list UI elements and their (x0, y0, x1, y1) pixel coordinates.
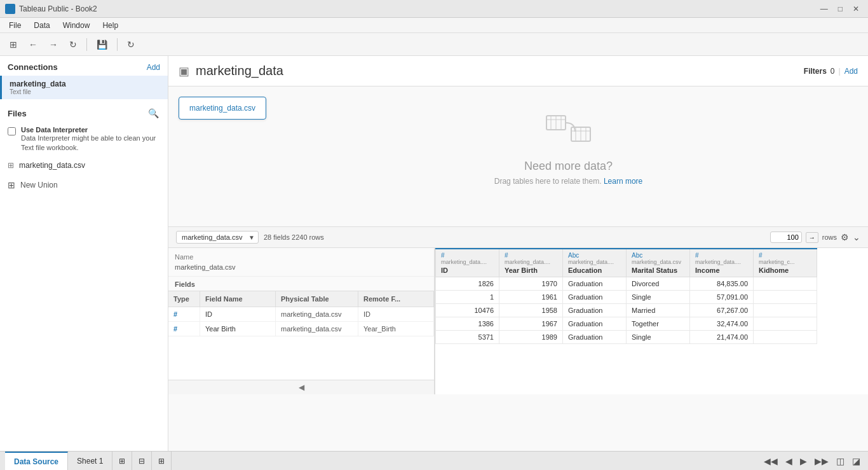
field-name-id: ID (200, 307, 276, 321)
connection-item[interactable]: marketing_data Text file (0, 76, 168, 99)
connection-type: Text file (10, 88, 160, 95)
new-union-label: New Union (20, 181, 58, 190)
fieldname-col-header: Field Name (200, 291, 276, 307)
fields-label: Fields (168, 277, 434, 291)
filters-label: Filters (804, 67, 827, 76)
filters-count: 0 (831, 67, 835, 76)
toolbar: ⊞ ← → ↻ 💾 ↻ (0, 33, 868, 56)
refresh-button[interactable]: ↻ (123, 37, 139, 52)
col-header-kidhome: # marketing_c... Kidhome (754, 249, 817, 277)
fields-column-headers: Type Field Name Physical Table Remote F.… (168, 291, 434, 307)
back-button[interactable]: ← (24, 37, 42, 52)
phystable-col-header: Physical Table (276, 291, 358, 307)
menu-data[interactable]: Data (27, 20, 56, 31)
cell-id-2: 10476 (436, 304, 499, 317)
left-arrow-icon: ◀ (299, 383, 304, 392)
preview-data-row: 5371 1989 Graduation Single 21,474.00 (436, 331, 817, 344)
col-header-income: # marketing_data.... Income (690, 249, 754, 277)
collapse-button[interactable]: ⌄ (853, 232, 860, 242)
file-item-marketing[interactable]: ⊞ marketing_data.csv (0, 158, 168, 172)
preview-data-row: 1 1961 Graduation Single 57,091.00 (436, 291, 817, 304)
title-bar: Tableau Public - Book2 — □ ✕ (0, 0, 868, 18)
connections-title: Connections (8, 62, 58, 72)
forward-button[interactable]: → (44, 37, 62, 52)
nav-grid-button[interactable]: ⊞ (5, 37, 22, 52)
interpreter-section: Use Data Interpreter Data Interpreter mi… (0, 123, 168, 158)
close-button[interactable]: ✕ (849, 3, 863, 15)
cell-year-0: 1970 (499, 277, 563, 291)
left-panel: Connections Add marketing_data Text file… (0, 56, 168, 451)
preview-header-row: # marketing_data.... ID # marketing_data… (436, 249, 817, 277)
menu-window[interactable]: Window (57, 20, 97, 31)
union-icon: ⊞ (8, 180, 15, 190)
next-sheet-button[interactable]: ▶▶ (812, 455, 831, 467)
database-icon: ▣ (179, 64, 189, 78)
field-name-yearbirth: Year Birth (200, 322, 276, 336)
search-files-button[interactable]: 🔍 (147, 107, 160, 120)
name-value: marketing_data.csv (175, 263, 428, 271)
maximize-button[interactable]: □ (834, 3, 846, 15)
settings-button[interactable]: ⚙ (841, 232, 849, 242)
field-row[interactable]: # Year Birth marketing_data.csv Year_Bir… (168, 322, 434, 336)
add-dashboard-button[interactable]: ⊟ (132, 452, 152, 470)
save-button[interactable]: 💾 (92, 37, 112, 52)
table-card-marketing[interactable]: marketing_data.csv (179, 97, 266, 120)
minimize-button[interactable]: — (817, 3, 832, 15)
table-select[interactable]: marketing_data.csv (176, 231, 259, 244)
learn-more-link[interactable]: Learn more (604, 177, 642, 186)
connection-name: marketing_data (10, 79, 160, 88)
cell-marital-1: Single (627, 291, 690, 304)
rows-input[interactable] (770, 232, 802, 243)
next-button[interactable]: ▶ (797, 455, 810, 467)
cell-kid-3 (754, 317, 817, 331)
cell-income-1: 57,091.00 (690, 291, 754, 304)
prev-button[interactable]: ◀ (783, 455, 795, 467)
normal-view-button[interactable]: ◫ (834, 455, 847, 467)
menu-file[interactable]: File (3, 20, 27, 31)
interpreter-checkbox[interactable] (8, 127, 16, 135)
data-grid-section: marketing_data.csv ▼ 28 fields 2240 rows… (168, 226, 868, 394)
right-panel: ▣ marketing_data Filters 0 | Add marketi… (168, 56, 868, 451)
fields-list: # ID marketing_data.csv ID # Year Birth … (168, 307, 434, 380)
cell-income-3: 32,474.00 (690, 317, 754, 331)
cell-marital-3: Together (627, 317, 690, 331)
rows-arrow-button[interactable]: → (806, 232, 818, 243)
collapse-fields-button[interactable]: ◀ (168, 380, 434, 394)
filters-add-link[interactable]: Add (844, 67, 858, 76)
col-header-maritalstatus: Abc marketing_data.csv Marital Status (627, 249, 690, 277)
join-icon (543, 109, 594, 149)
cell-edu-3: Graduation (563, 317, 627, 331)
need-more-title: Need more data? (524, 160, 613, 173)
type-col-header: Type (168, 291, 200, 307)
field-remote-yearbirth: Year_Birth (358, 322, 434, 336)
undo-button[interactable]: ↻ (65, 37, 81, 52)
add-sheet-icon: ⊞ (119, 457, 125, 466)
interpreter-label: Use Data Interpreter (21, 126, 160, 134)
need-more-data-zone: Need more data? Drag tables here to rela… (279, 97, 858, 198)
add-story-button[interactable]: ⊞ (152, 452, 172, 470)
canvas-area: marketing_data.csv (168, 86, 868, 451)
prev-sheet-button[interactable]: ◀◀ (761, 455, 780, 467)
connections-header: Connections Add (0, 56, 168, 76)
cell-edu-4: Graduation (563, 331, 627, 344)
menu-help[interactable]: Help (96, 20, 125, 31)
add-connection-link[interactable]: Add (147, 63, 160, 72)
preview-data-row: 10476 1958 Graduation Married 67,267.00 (436, 304, 817, 317)
new-union-button[interactable]: ⊞ New Union (0, 175, 168, 195)
cell-edu-0: Graduation (563, 277, 627, 291)
cell-id-1: 1 (436, 291, 499, 304)
cell-edu-1: Graduation (563, 291, 627, 304)
add-sheet-button[interactable]: ⊞ (112, 452, 132, 470)
add-story-icon: ⊞ (158, 457, 165, 466)
field-type-id: # (168, 307, 200, 321)
data-preview: # marketing_data.... ID # marketing_data… (435, 248, 868, 394)
tab-data-source[interactable]: Data Source (5, 452, 68, 470)
fit-view-button[interactable]: ◪ (850, 455, 863, 467)
field-row[interactable]: # ID marketing_data.csv ID (168, 307, 434, 322)
cell-kid-1 (754, 291, 817, 304)
tab-sheet1[interactable]: Sheet 1 (68, 452, 112, 470)
bottom-right-controls: ◀◀ ◀ ▶ ▶▶ ◫ ◪ (761, 455, 863, 467)
field-phys-yearbirth: marketing_data.csv (276, 322, 358, 336)
cell-income-4: 21,474.00 (690, 331, 754, 344)
app-icon (5, 4, 15, 14)
